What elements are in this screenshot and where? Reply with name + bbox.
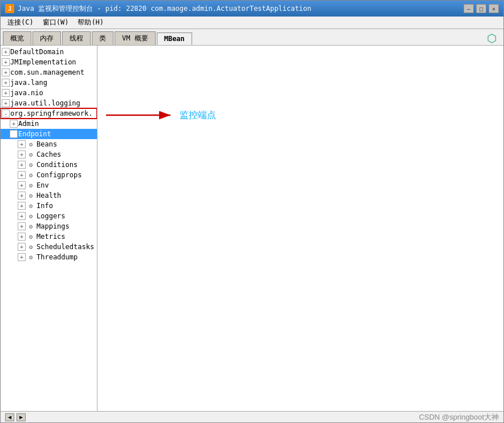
tree-item-com-sun[interactable]: com.sun.management (1, 67, 97, 78)
expander-scheduledtasks[interactable] (18, 243, 26, 251)
expander-java-util-logging[interactable] (2, 99, 10, 107)
gear-icon-info: ⚙ (26, 201, 35, 210)
tree-item-conditions[interactable]: ⚙ Conditions (1, 160, 97, 170)
expander-env[interactable] (18, 181, 26, 189)
tab-threads[interactable]: 线程 (62, 31, 91, 45)
expander-configprops[interactable] (18, 171, 26, 179)
expander-caches[interactable] (18, 151, 26, 158)
minimize-button[interactable]: — (464, 4, 474, 13)
annotation-arrow (103, 107, 177, 123)
tab-memory[interactable]: 内存 (32, 31, 61, 45)
tree-item-endpoint[interactable]: Endpoint (1, 129, 97, 139)
tree-item-java-util-logging[interactable]: java.util.logging (1, 98, 97, 108)
menu-bar: 连接(C) 窗口(W) 帮助(H) (1, 17, 503, 29)
tab-classes[interactable]: 类 (92, 31, 113, 45)
title-buttons: — □ ✕ (464, 4, 499, 13)
expander-threaddump[interactable] (18, 253, 26, 261)
expander-admin[interactable] (10, 120, 18, 128)
gear-icon-env: ⚙ (26, 181, 35, 190)
tree-item-defaultdomain[interactable]: DefaultDomain (1, 47, 97, 57)
tree-item-caches[interactable]: ⚙ Caches (1, 149, 97, 160)
gear-icon-configprops: ⚙ (26, 170, 35, 180)
tree-item-info[interactable]: ⚙ Info (1, 201, 97, 211)
menu-connect[interactable]: 连接(C) (3, 17, 38, 29)
tab-vm[interactable]: VM 概要 (115, 31, 156, 45)
expander-java-nio[interactable] (2, 89, 10, 97)
tab-mbean[interactable]: MBean (157, 32, 192, 45)
gear-icon-caches: ⚙ (26, 150, 35, 159)
gear-icon-loggers: ⚙ (26, 212, 35, 221)
expander-java-lang[interactable] (2, 79, 10, 87)
gear-icon-threaddump: ⚙ (26, 253, 35, 262)
expander-conditions[interactable] (18, 161, 26, 169)
expander-endpoint[interactable] (10, 130, 18, 138)
nav-right-button[interactable]: ▶ (17, 413, 26, 421)
tab-overview[interactable]: 概览 (3, 31, 31, 45)
title-bar-left: J Java 监视和管理控制台 - pid: 22820 com.maoge.a… (5, 4, 311, 14)
menu-help[interactable]: 帮助(H) (73, 17, 108, 29)
gear-icon-health: ⚙ (26, 191, 35, 200)
expander-com-sun[interactable] (2, 68, 10, 76)
expander-beans[interactable] (18, 140, 26, 148)
close-button[interactable]: ✕ (489, 4, 499, 13)
main-window: J Java 监视和管理控制台 - pid: 22820 com.maoge.a… (0, 0, 504, 423)
expander-defaultdomain[interactable] (2, 48, 10, 56)
right-panel: 监控端点 (97, 46, 503, 411)
tab-bar: 概览 内存 线程 类 VM 概要 MBean ⬡ (1, 29, 503, 46)
gear-icon-scheduledtasks: ⚙ (26, 242, 35, 251)
expander-mappings[interactable] (18, 222, 26, 230)
gear-icon-beans: ⚙ (26, 140, 35, 149)
annotation-container: 监控端点 (103, 107, 216, 123)
gear-icon-mappings: ⚙ (26, 222, 35, 231)
main-content: DefaultDomain JMImplementation com.sun.m… (1, 46, 503, 411)
connect-icon: ⬡ (487, 31, 501, 45)
tree-item-metrics[interactable]: ⚙ Metrics (1, 231, 97, 242)
gear-icon-metrics: ⚙ (26, 232, 35, 241)
tree-panel[interactable]: DefaultDomain JMImplementation com.sun.m… (1, 46, 97, 411)
gear-icon-conditions: ⚙ (26, 160, 35, 169)
tree-item-org-springframework[interactable]: org.springframework. (1, 108, 97, 119)
tree-item-mappings[interactable]: ⚙ Mappings (1, 221, 97, 231)
expander-jmimplementation[interactable] (2, 58, 10, 66)
app-icon: J (5, 4, 14, 13)
tree-item-configprops[interactable]: ⚙ Configprops (1, 170, 97, 180)
nav-left-button[interactable]: ◀ (5, 413, 14, 421)
tree-item-java-nio[interactable]: java.nio (1, 88, 97, 98)
tree-item-scheduledtasks[interactable]: ⚙ Scheduledtasks (1, 242, 97, 252)
expander-health[interactable] (18, 192, 26, 200)
watermark-text: CSDN @springboot大神 (419, 412, 499, 422)
maximize-button[interactable]: □ (476, 4, 486, 13)
tree-item-admin[interactable]: Admin (1, 119, 97, 129)
tree-item-loggers[interactable]: ⚙ Loggers (1, 211, 97, 221)
annotation-text: 监控端点 (180, 109, 216, 121)
window-title: Java 监视和管理控制台 - pid: 22820 com.maoge.adm… (18, 4, 311, 14)
expander-org-springframework[interactable] (2, 109, 10, 117)
tree-item-beans[interactable]: ⚙ Beans (1, 139, 97, 149)
tree-item-env[interactable]: ⚙ Env (1, 180, 97, 190)
status-bar: ◀ ▶ CSDN @springboot大神 (1, 411, 503, 422)
tree-item-java-lang[interactable]: java.lang (1, 78, 97, 88)
tree-item-health[interactable]: ⚙ Health (1, 190, 97, 201)
tree-item-jmimplementation[interactable]: JMImplementation (1, 57, 97, 67)
menu-window[interactable]: 窗口(W) (38, 17, 74, 29)
expander-metrics[interactable] (18, 233, 26, 241)
status-nav: ◀ ▶ (5, 413, 26, 421)
expander-loggers[interactable] (18, 212, 26, 220)
title-bar: J Java 监视和管理控制台 - pid: 22820 com.maoge.a… (1, 1, 503, 17)
expander-info[interactable] (18, 202, 26, 210)
tree-item-threaddump[interactable]: ⚙ Threaddump (1, 252, 97, 262)
